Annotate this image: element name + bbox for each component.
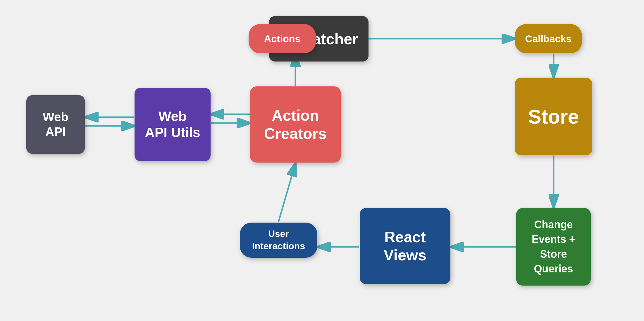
- change-events-node: Change Events + Store Queries: [516, 208, 591, 286]
- callbacks-node: Callbacks: [515, 24, 582, 53]
- change-events-label: Change Events + Store Queries: [532, 217, 575, 276]
- web-api-utils-label: Web API Utils: [145, 108, 200, 141]
- store-node: Store: [515, 78, 592, 155]
- user-interactions-label: User Interactions: [252, 228, 305, 252]
- react-views-node: React Views: [360, 208, 450, 284]
- web-api-node: Web API: [26, 95, 85, 154]
- action-creators-node: Action Creators: [250, 86, 341, 163]
- react-views-label: React Views: [384, 228, 426, 264]
- web-api-label: Web API: [43, 110, 68, 139]
- callbacks-label: Callbacks: [525, 33, 572, 45]
- action-creators-label: Action Creators: [264, 106, 327, 143]
- web-api-utils-node: Web API Utils: [135, 88, 211, 161]
- svg-line-13: [278, 163, 295, 222]
- actions-node: Actions: [249, 24, 316, 53]
- user-interactions-node: User Interactions: [240, 223, 317, 258]
- actions-label: Actions: [264, 33, 301, 45]
- flux-diagram: Dispatcher Actions Callbacks Action Crea…: [0, 0, 644, 321]
- store-label: Store: [528, 105, 579, 128]
